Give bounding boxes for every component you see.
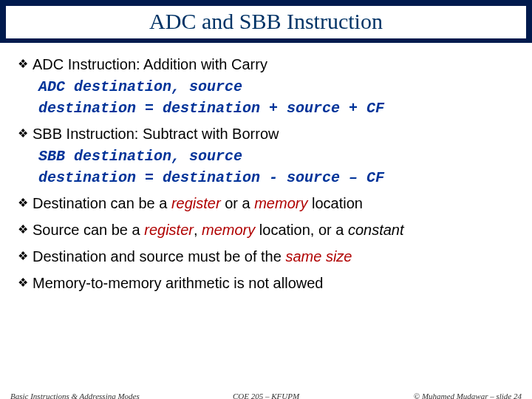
- text-frag: Destination can be a: [33, 195, 171, 211]
- bullet-text: Destination can be a register or a memor…: [33, 194, 363, 213]
- bullet-adc: ❖ ADC Instruction: Addition with Carry: [18, 55, 514, 74]
- code-adc-syntax: ADC destination, source: [38, 78, 514, 95]
- footer-right: © Muhamed Mudawar – slide 24: [414, 392, 522, 399]
- kw-samesize: same size: [285, 248, 352, 265]
- text-frag: location: [307, 195, 363, 211]
- bullet-samesize: ❖ Destination and source must be of the …: [18, 247, 514, 266]
- bullet-text: Memory-to-memory arithmetic is not allow…: [33, 273, 323, 293]
- bullet-icon: ❖: [18, 55, 28, 74]
- kw-memory: memory: [254, 195, 307, 211]
- text-frag: ,: [194, 222, 202, 238]
- bullet-text: ADC Instruction: Addition with Carry: [33, 55, 267, 74]
- code-sbb-syntax: SBB destination, source: [38, 148, 514, 165]
- slide-title: ADC and SBB Instruction: [6, 6, 526, 38]
- bullet-icon: ❖: [18, 220, 28, 239]
- bullet-text: Source can be a register, memory locatio…: [33, 220, 404, 239]
- bullet-icon: ❖: [18, 124, 28, 143]
- bullet-text: SBB Instruction: Subtract with Borrow: [33, 124, 279, 143]
- bullet-icon: ❖: [18, 194, 28, 213]
- kw-constant: constant: [348, 222, 404, 238]
- bullet-source: ❖ Source can be a register, memory locat…: [18, 220, 514, 239]
- bullet-mem2mem: ❖ Memory-to-memory arithmetic is not all…: [18, 273, 514, 293]
- code-sbb-semantics: destination = destination - source – CF: [38, 169, 514, 186]
- title-bar: ADC and SBB Instruction: [0, 0, 532, 43]
- code-adc-semantics: destination = destination + source + CF: [38, 100, 514, 117]
- kw-memory: memory: [202, 222, 255, 238]
- text-frag: Destination and source must be of the: [33, 248, 285, 265]
- kw-register: register: [171, 195, 221, 211]
- kw-register: register: [144, 222, 194, 238]
- bullet-sbb: ❖ SBB Instruction: Subtract with Borrow: [18, 124, 514, 143]
- text-frag: location, or a: [255, 222, 348, 238]
- bullet-icon: ❖: [18, 273, 28, 293]
- bullet-text: Destination and source must be of the sa…: [33, 247, 352, 266]
- text-frag: or a: [221, 195, 255, 211]
- slide-body: ❖ ADC Instruction: Addition with Carry A…: [0, 43, 532, 293]
- bullet-dest: ❖ Destination can be a register or a mem…: [18, 194, 514, 213]
- text-frag: Source can be a: [33, 222, 144, 238]
- bullet-icon: ❖: [18, 247, 28, 266]
